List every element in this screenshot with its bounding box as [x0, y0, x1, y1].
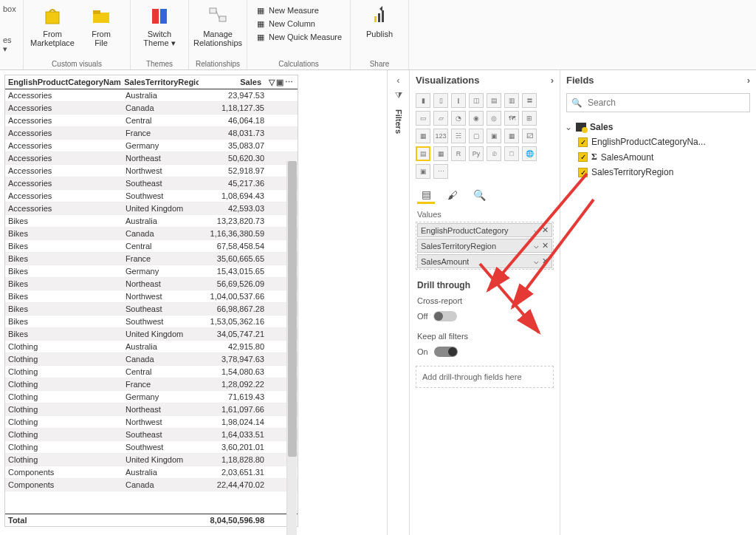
- table-row[interactable]: ComponentsAustralia2,03,651.31: [5, 466, 298, 479]
- viz-type-button[interactable]: ▦: [433, 146, 448, 161]
- table-row[interactable]: BikesNortheast56,69,526.09: [5, 278, 298, 290]
- column-header[interactable]: SalesTerritoryRegion: [121, 75, 199, 89]
- table-visual[interactable]: EnglishProductCategoryName SalesTerritor…: [4, 75, 298, 527]
- viz-type-button[interactable]: ◫: [469, 93, 484, 108]
- table-row[interactable]: ClothingCanada3,78,947.63: [5, 353, 298, 366]
- fields-table-row[interactable]: ⌄ Sales: [565, 120, 752, 134]
- table-row[interactable]: BikesGermany15,43,015.65: [5, 265, 298, 278]
- filter-icon[interactable]: ▽: [269, 78, 275, 87]
- table-row[interactable]: AccessoriesCentral46,064.18: [5, 115, 298, 127]
- table-row[interactable]: BikesAustralia13,23,820.73: [5, 215, 298, 228]
- table-row[interactable]: AccessoriesSouthwest1,08,694.43: [5, 190, 298, 202]
- viz-type-button[interactable]: ☵: [451, 129, 466, 143]
- chevron-down-icon[interactable]: ⌄: [565, 122, 572, 132]
- chevron-down-icon[interactable]: ⌵: [531, 256, 539, 265]
- table-row[interactable]: BikesCanada1,16,36,380.59: [5, 228, 298, 240]
- table-row[interactable]: BikesSoutheast66,98,867.28: [5, 303, 298, 316]
- field-well-item[interactable]: SalesAmount⌵✕: [417, 254, 552, 268]
- fields-tab-icon[interactable]: ▤: [417, 186, 435, 204]
- remove-field-icon[interactable]: ✕: [539, 256, 549, 265]
- viz-type-button[interactable]: Py: [469, 146, 484, 161]
- table-row[interactable]: BikesCentral67,58,458.54: [5, 240, 298, 253]
- search-input[interactable]: [586, 97, 745, 109]
- table-row[interactable]: AccessoriesGermany35,083.07: [5, 140, 298, 152]
- table-row[interactable]: AccessoriesFrance48,031.73: [5, 127, 298, 140]
- chevron-down-icon[interactable]: ⌵: [531, 241, 539, 250]
- viz-type-button[interactable]: ▢: [469, 129, 484, 143]
- ribbon-button[interactable]: FromFile: [78, 1, 124, 47]
- viz-type-button[interactable]: ▮: [416, 93, 430, 108]
- table-row[interactable]: BikesNorthwest1,04,00,537.66: [5, 290, 298, 303]
- table-row[interactable]: ClothingNortheast1,61,097.66: [5, 403, 298, 416]
- viz-type-button[interactable]: ▤: [416, 146, 430, 161]
- remove-field-icon[interactable]: ✕: [539, 241, 549, 250]
- cross-report-toggle[interactable]: [433, 311, 457, 321]
- viz-type-button[interactable]: 🌐: [522, 146, 537, 161]
- viz-type-button[interactable]: ◉: [469, 111, 484, 126]
- viz-type-button[interactable]: 🗺: [504, 111, 519, 126]
- viz-type-button[interactable]: ◎: [487, 111, 501, 126]
- table-row[interactable]: ClothingGermany71,619.43: [5, 391, 298, 403]
- table-row[interactable]: AccessoriesCanada1,18,127.35: [5, 102, 298, 115]
- table-row[interactable]: ComponentsCanada22,44,470.02: [5, 479, 298, 491]
- viz-type-button[interactable]: R: [451, 146, 466, 161]
- report-canvas[interactable]: EnglishProductCategoryName SalesTerritor…: [0, 70, 387, 535]
- viz-type-button[interactable]: ▭: [416, 111, 430, 126]
- viz-type-button[interactable]: ⊞: [522, 111, 537, 126]
- drill-through-dropzone[interactable]: Add drill-through fields here: [416, 366, 554, 388]
- values-field-well[interactable]: EnglishProductCategory⌵✕SalesTerritoryRe…: [416, 222, 554, 270]
- table-row[interactable]: ClothingAustralia42,915.80: [5, 341, 298, 353]
- ribbon-small-button[interactable]: ▦New Quick Measure: [253, 31, 344, 43]
- viz-type-button[interactable]: ⫿: [451, 93, 466, 108]
- table-row[interactable]: BikesUnited Kingdom34,05,747.21: [5, 328, 298, 341]
- table-row[interactable]: AccessoriesUnited Kingdom42,593.03: [5, 202, 298, 215]
- chevron-right-icon[interactable]: ›: [747, 75, 750, 86]
- viz-type-button[interactable]: □: [504, 146, 519, 161]
- ribbon-small-button[interactable]: ▦New Measure: [253, 4, 344, 16]
- field-well-item[interactable]: SalesTerritoryRegion⌵✕: [417, 239, 552, 253]
- table-row[interactable]: ClothingSouthwest3,60,201.01: [5, 441, 298, 454]
- table-row[interactable]: ClothingSoutheast1,64,033.51: [5, 429, 298, 441]
- checkbox-checked-icon[interactable]: ✓: [578, 168, 588, 177]
- format-tab-icon[interactable]: 🖌: [444, 186, 461, 204]
- table-row[interactable]: AccessoriesAustralia23,947.53: [5, 89, 298, 102]
- filters-collapsed-tab[interactable]: ‹ ⧩ Filters: [387, 70, 409, 535]
- table-row[interactable]: ClothingUnited Kingdom1,18,828.80: [5, 454, 298, 466]
- table-row[interactable]: ClothingNorthwest1,98,024.14: [5, 416, 298, 429]
- scrollbar-thumb[interactable]: [288, 161, 297, 457]
- viz-type-button[interactable]: ▦: [416, 129, 430, 143]
- table-row[interactable]: AccessoriesSoutheast45,217.36: [5, 177, 298, 190]
- more-options-icon[interactable]: ⋯: [285, 78, 293, 87]
- viz-type-button[interactable]: ⎚: [487, 146, 501, 161]
- viz-type-button[interactable]: ▦: [504, 129, 519, 143]
- viz-type-button[interactable]: ▣: [487, 129, 501, 143]
- ribbon-partial-dropdown[interactable]: es ▾: [3, 35, 17, 54]
- viz-type-button[interactable]: 123: [433, 129, 448, 143]
- viz-type-button[interactable]: ▯: [433, 93, 448, 108]
- viz-type-button[interactable]: ▣: [416, 164, 430, 179]
- viz-type-button[interactable]: ▤: [487, 93, 501, 108]
- table-row[interactable]: AccessoriesNortheast50,620.30: [5, 152, 298, 165]
- ribbon-small-button[interactable]: ▦New Column: [253, 18, 344, 30]
- table-row[interactable]: ClothingFrance1,28,092.22: [5, 378, 298, 391]
- field-item[interactable]: ✓ SalesTerritoryRegion: [565, 165, 752, 180]
- keep-filters-toggle[interactable]: [434, 347, 458, 357]
- visual-scrollbar[interactable]: [286, 161, 297, 535]
- chevron-down-icon[interactable]: ⌵: [531, 225, 539, 234]
- chevron-left-icon[interactable]: ‹: [396, 75, 399, 86]
- table-row[interactable]: AccessoriesNorthwest52,918.97: [5, 165, 298, 177]
- viz-type-button[interactable]: ▥: [504, 93, 519, 108]
- column-header[interactable]: EnglishProductCategoryName: [5, 75, 121, 89]
- viz-type-button[interactable]: ▱: [433, 111, 448, 126]
- viz-type-button[interactable]: 〓: [522, 93, 537, 108]
- viz-type-button[interactable]: ◔: [451, 111, 466, 126]
- remove-field-icon[interactable]: ✕: [539, 225, 549, 234]
- checkbox-checked-icon[interactable]: ✓: [578, 137, 588, 147]
- field-item[interactable]: ✓ EnglishProductCategoryNa...: [565, 134, 752, 149]
- checkbox-checked-icon[interactable]: ✓: [578, 152, 588, 162]
- ribbon-button[interactable]: ManageRelationships: [195, 1, 241, 47]
- ribbon-button[interactable]: FromMarketplace: [30, 1, 75, 47]
- field-item[interactable]: ✓ Σ SalesAmount: [565, 149, 752, 165]
- ribbon-button[interactable]: Publish: [357, 1, 402, 38]
- table-row[interactable]: BikesSouthwest1,53,05,362.16: [5, 316, 298, 328]
